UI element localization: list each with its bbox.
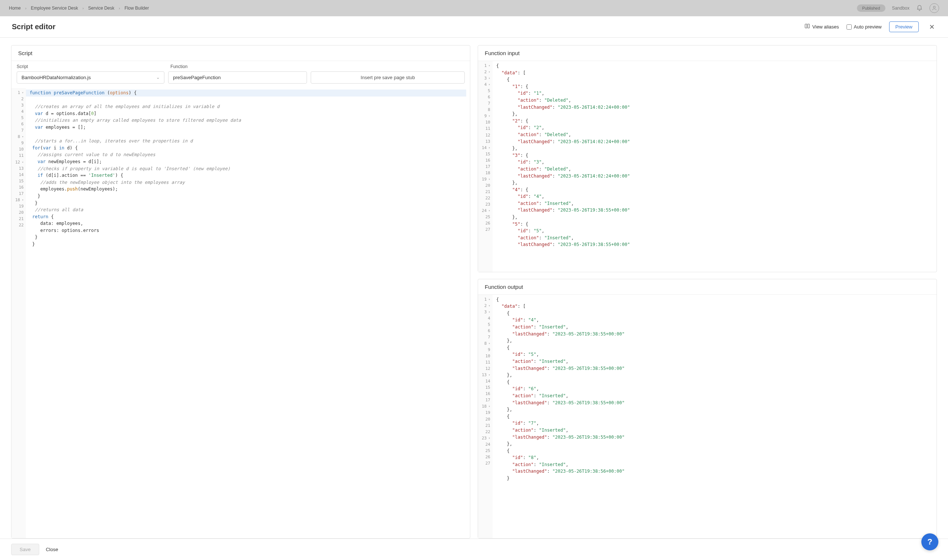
auto-preview-input[interactable] [846,25,852,29]
help-button[interactable]: ? [921,533,939,551]
editor-footer: Save Close [0,538,948,560]
editor-title: Script editor [12,23,56,31]
script-select[interactable]: BambooHRDataNormalization.js ⌄ [17,71,164,84]
breadcrumb-item[interactable]: Flow Builder [124,6,149,11]
chevron-down-icon: ⌄ [156,75,160,80]
function-output-title: Function output [478,279,937,295]
function-output-panel: Function output 123456789101112131415161… [478,279,937,538]
script-gutter: 12345678910111213141516171819202122 [11,88,26,538]
svg-point-0 [933,6,935,8]
chevron-right-icon: › [25,6,26,10]
breadcrumb-item[interactable]: Home [9,6,21,11]
function-name-input[interactable]: preSavePageFunction [168,71,307,84]
function-input-title: Function input [478,46,937,61]
script-panel: Script Script Function BambooHRDataNorma… [11,45,470,538]
breadcrumb-item[interactable]: Service Desk [88,6,114,11]
top-nav: Home › Employee Service Desk › Service D… [0,0,948,16]
output-code: { "data": [ { "id": "4", "action": "Inse… [493,295,937,538]
editor-header: Script editor View aliases Auto preview … [0,16,948,38]
editor-body: Script Script Function BambooHRDataNorma… [0,38,948,538]
function-output-viewer[interactable]: 1234567891011121314151617181920212223242… [478,295,937,538]
chevron-right-icon: › [119,6,120,10]
script-code-editor[interactable]: 12345678910111213141516171819202122 func… [11,88,470,538]
preview-button[interactable]: Preview [889,22,919,32]
close-button[interactable]: Close [46,547,58,552]
bell-icon[interactable] [916,5,923,11]
auto-preview-label: Auto preview [854,24,882,29]
book-icon [804,23,810,30]
auto-preview-checkbox[interactable]: Auto preview [846,24,882,29]
top-nav-right: Published Sandbox [857,3,939,13]
input-gutter: 1234567891011121314151617181920212223242… [478,61,493,272]
function-input-editor[interactable]: 1234567891011121314151617181920212223242… [478,61,937,272]
function-input-panel: Function input 1234567891011121314151617… [478,45,937,272]
input-code[interactable]: { "data": [ { "1": { "id": "1", "action"… [493,61,937,272]
breadcrumbs: Home › Employee Service Desk › Service D… [9,6,149,11]
script-select-value: BambooHRDataNormalization.js [22,75,91,80]
script-label: Script [17,64,164,69]
avatar[interactable] [929,3,939,13]
function-label: Function [170,64,309,69]
view-aliases-link[interactable]: View aliases [804,23,839,30]
script-panel-title: Script [11,46,470,61]
env-label: Sandbox [892,6,909,11]
view-aliases-label: View aliases [812,24,839,29]
script-toolbar: Script Function BambooHRDataNormalizatio… [11,61,470,88]
script-code[interactable]: function preSavePageFunction (options) {… [26,88,470,538]
output-gutter: 1234567891011121314151617181920212223242… [478,295,493,538]
insert-stub-button[interactable]: Insert pre save page stub [311,71,465,84]
save-button[interactable]: Save [11,544,39,555]
chevron-right-icon: › [83,6,84,10]
close-icon[interactable]: ✕ [928,22,936,32]
status-pill: Published [857,5,885,12]
breadcrumb-item[interactable]: Employee Service Desk [31,6,78,11]
